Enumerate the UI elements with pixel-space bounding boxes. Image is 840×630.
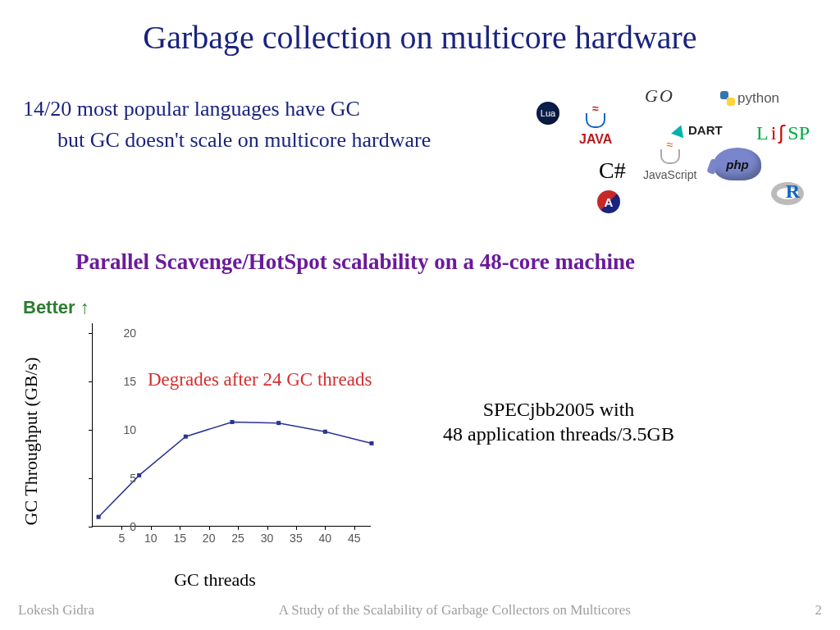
clojure-icon: A xyxy=(597,190,620,213)
dart-label: DART xyxy=(688,123,723,137)
chart-annotation: Degrades after 24 GC threads xyxy=(148,369,372,390)
x-axis-label: GC threads xyxy=(43,569,387,591)
chart-caption: SPECjbb2005 with 48 application threads/… xyxy=(443,397,674,446)
javascript-icon: ≈ JavaScript xyxy=(643,149,696,181)
java-icon: ≈ JAVA xyxy=(579,113,612,147)
footer-title: A Study of the Scalability of Garbage Co… xyxy=(279,602,631,619)
php-icon: php xyxy=(714,148,761,180)
language-logos: Lua ≈ JAVA GO python DART LiʃSP C# ≈ Jav… xyxy=(522,80,817,220)
slide-footer: Lokesh Gidra A Study of the Scalability … xyxy=(0,602,840,619)
js-label: JavaScript xyxy=(643,168,696,181)
python-icon: python xyxy=(720,90,779,107)
slide-title: Garbage collection on multicore hardware xyxy=(0,0,840,57)
bullet-main: 14/20 most popular languages have GC xyxy=(23,97,431,121)
svg-rect-2 xyxy=(184,435,188,439)
bullet-sub: but GC doesn't scale on multicore hardwa… xyxy=(23,121,431,153)
plot-area: 0510152051015202530354045 xyxy=(92,323,371,527)
lua-icon: Lua xyxy=(536,102,559,125)
caption-line1: SPECjbb2005 with xyxy=(443,397,674,422)
caption-line2: 48 application threads/3.5GB xyxy=(443,422,674,446)
php-label: php xyxy=(714,148,761,180)
dart-icon: DART xyxy=(673,123,723,137)
svg-rect-3 xyxy=(231,420,235,424)
better-indicator: Better ↑ xyxy=(23,297,89,318)
svg-rect-6 xyxy=(370,441,374,445)
python-label: python xyxy=(737,90,779,107)
svg-rect-0 xyxy=(97,515,101,519)
svg-rect-5 xyxy=(323,430,327,434)
lisp-icon: LiʃSP xyxy=(756,121,810,144)
y-axis-label: GC Throughput (GB/s) xyxy=(21,358,42,526)
java-label: JAVA xyxy=(579,132,612,147)
throughput-chart: GC Throughput (GB/s) 0510152051015202530… xyxy=(43,318,387,564)
bullet-list: 14/20 most popular languages have GC but… xyxy=(23,97,431,153)
footer-author: Lokesh Gidra xyxy=(18,602,94,619)
chart-title: Parallel Scavenge/HotSpot scalability on… xyxy=(75,249,635,275)
r-label: R xyxy=(786,180,800,203)
csharp-icon: C# xyxy=(599,158,626,184)
r-icon: R xyxy=(771,182,804,205)
go-icon: GO xyxy=(645,85,674,107)
svg-rect-1 xyxy=(137,473,141,477)
svg-rect-4 xyxy=(276,421,281,425)
footer-page: 2 xyxy=(815,602,823,619)
lua-label: Lua xyxy=(536,102,559,125)
